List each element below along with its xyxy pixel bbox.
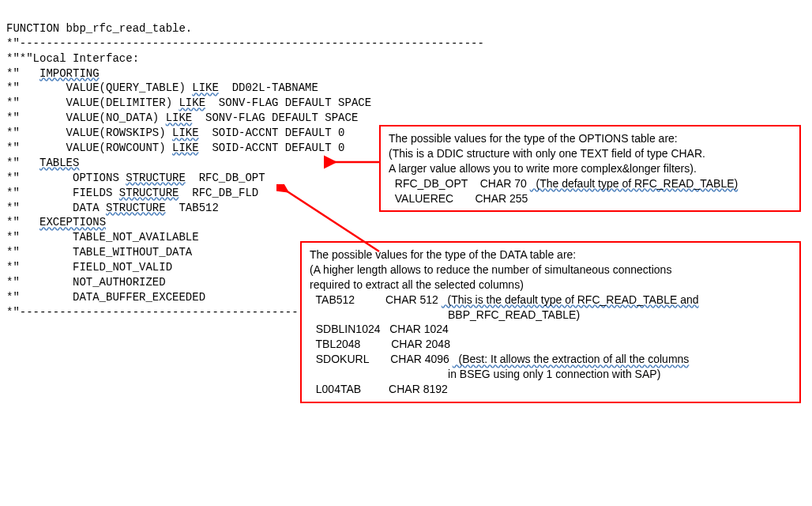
code-line: *" VALUE(ROWSKIPS) LIKE SOID-ACCNT DEFAU…	[6, 126, 345, 139]
keyword-structure: STRUCTURE	[119, 187, 179, 199]
code-line: *"--------------------------------------…	[6, 37, 484, 50]
callout-row: VALUEREC CHAR 255	[389, 191, 791, 206]
keyword-like: LIKE	[179, 96, 205, 109]
code-line: *" OPTIONS STRUCTURE RFC_DB_OPT	[6, 172, 265, 184]
callout-title: The possible values for the type of the …	[389, 131, 791, 146]
keyword-structure: STRUCTURE	[126, 172, 186, 184]
callout-row: SDBLIN1024 CHAR 1024	[310, 322, 791, 337]
callout-text: required to extract all the selected col…	[310, 278, 791, 293]
code-line: *" TABLE_WITHOUT_DATA	[6, 246, 192, 259]
keyword-like: LIKE	[166, 111, 193, 124]
callout-row: BBP_RFC_READ_TABLE)	[310, 308, 791, 323]
code-line: *" VALUE(QUERY_TABLE) LIKE DD02L-TABNAME	[6, 81, 318, 94]
callout-data-type: The possible values for the type of the …	[300, 241, 801, 403]
code-line: *"*"Local Interface:	[6, 52, 139, 65]
code-line: *" TABLES	[6, 157, 79, 169]
code-line: *" VALUE(ROWCOUNT) LIKE SOID-ACCNT DEFAU…	[6, 142, 345, 154]
callout-row: SDOKURL CHAR 4096 (Best: It allows the e…	[310, 352, 791, 367]
code-line: *" DATA_BUFFER_EXCEEDED	[6, 291, 205, 304]
keyword-exceptions: EXCEPTIONS	[39, 216, 106, 228]
code-line: *" EXCEPTIONS	[6, 216, 106, 228]
callout-options-type: The possible values for the type of the …	[379, 125, 801, 212]
code-line: *" FIELDS STRUCTURE RFC_DB_FLD	[6, 187, 258, 199]
callout-row: TAB512 CHAR 512 (This is the default typ…	[310, 293, 791, 308]
keyword-like: LIKE	[172, 142, 199, 154]
code-line: *" VALUE(DELIMITER) LIKE SONV-FLAG DEFAU…	[6, 96, 371, 109]
code-line: *" DATA STRUCTURE TAB512	[6, 202, 219, 214]
code-line: FUNCTION bbp_rfc_read_table.	[6, 22, 192, 35]
callout-title: The possible values for the type of the …	[310, 247, 791, 262]
callout-text: (This is a DDIC structure with only one …	[389, 146, 791, 161]
callout-row: RFC_DB_OPT CHAR 70 (The default type of …	[389, 176, 791, 191]
code-line: *" NOT_AUTHORIZED	[6, 276, 166, 289]
keyword-like: LIKE	[172, 126, 199, 139]
callout-text: A larger value allows you to write more …	[389, 161, 791, 176]
callout-row: TBL2048 CHAR 2048	[310, 337, 791, 352]
code-line: *" VALUE(NO_DATA) LIKE SONV-FLAG DEFAULT…	[6, 111, 358, 124]
callout-row: in BSEG using only 1 connection with SAP…	[310, 367, 791, 382]
keyword-like: LIKE	[192, 81, 219, 94]
keyword-tables: TABLES	[39, 157, 79, 169]
code-line: *" TABLE_NOT_AVAILABLE	[6, 231, 199, 244]
code-line: *" FIELD_NOT_VALID	[6, 261, 172, 274]
code-line: *" IMPORTING	[6, 67, 100, 80]
keyword-importing: IMPORTING	[39, 67, 100, 80]
callout-row: L004TAB CHAR 8192	[310, 382, 791, 397]
callout-text: (A higher length allows to reduce the nu…	[310, 262, 791, 278]
keyword-structure: STRUCTURE	[106, 202, 166, 214]
